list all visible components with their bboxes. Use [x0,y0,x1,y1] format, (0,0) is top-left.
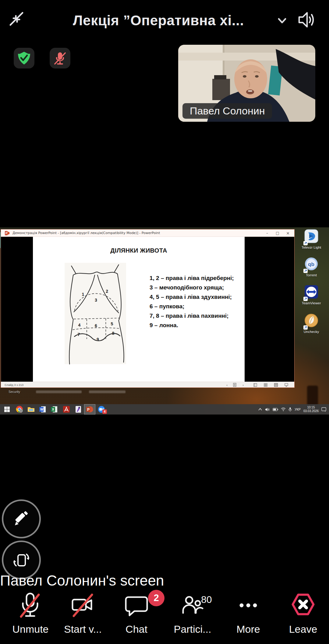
desktop-icon-label: Televzr Light [295,246,328,249]
rotate-phone-icon [11,550,31,570]
toolbar-label: More [225,623,271,635]
reading-view-icon [274,383,278,387]
region-number: 2 [106,289,108,294]
next-slide-button[interactable]: › [241,383,245,387]
desktop-icon-unchecky[interactable]: Unchecky [295,313,328,334]
audio-output-button[interactable] [295,10,316,31]
powerpoint-taskbar-icon: P [86,406,94,413]
zoom-meeting-screen: Лекція ”Оперативна хі... [0,0,329,644]
leave-hexagon-icon [289,592,317,619]
region-number: 6 [95,323,97,328]
windows-logo-icon [4,406,10,412]
security-shield-icon [17,51,31,65]
legend-line: 1, 2 – права і ліва підреберні; [150,273,244,283]
reading-view-button[interactable] [274,383,278,387]
pencil-icon [12,509,31,528]
participant-name-tag: Павел Солонин [182,103,272,119]
participants-button[interactable]: 80 Partici... [168,592,217,635]
powerpoint-titlebar[interactable]: P Демонстрація PowerPoint - [абдомін.хір… [1,229,294,237]
slide-sorter-view-button[interactable] [264,383,268,387]
toolbar-label: Start v... [55,623,110,635]
desktop-icon-label-partial: Security [9,390,20,394]
window-close-button[interactable]: × [283,229,293,236]
legend-line: 7, 8 – права і ліва пахвинні; [150,311,244,320]
more-button[interactable]: More [225,592,271,635]
toolbar-label: Chat [115,623,158,635]
taskbar-zoom-button[interactable]: 4 [96,404,107,415]
windows-taskbar: W X [0,404,329,415]
participants-count: 80 [201,594,212,605]
shortcut-arrow-icon [303,269,308,273]
toolbar-label: Unmute [6,623,55,635]
powerpoint-app-icon: P [5,231,10,236]
tray-microphone-icon[interactable] [288,407,292,412]
security-badge-button[interactable] [14,48,34,68]
desktop-icon-teamviewer[interactable]: TeamViewer [295,285,328,305]
legend-line: 6 – пупкова; [150,302,244,311]
participant-muted-badge[interactable] [50,48,70,68]
slide-canvas: ДІЛЯНКИ ЖИВОТА [33,237,245,382]
qb-logo-text: qb [308,261,314,267]
action-center-icon[interactable] [321,407,327,412]
tray-time: 10:15 [307,406,315,409]
window-maximize-button[interactable]: □ [272,229,283,236]
chat-unread-badge: 2 [148,590,164,606]
more-dots-icon [235,592,262,619]
tray-language-indicator[interactable]: УКР [295,408,301,411]
window-minimize-button[interactable]: – [262,229,272,236]
taskbar-chrome-button[interactable] [14,404,25,415]
normal-view-button[interactable] [253,383,257,387]
notes-button[interactable] [232,383,237,387]
shortcut-arrow-icon [303,325,308,330]
screen-share-label: Павел Солонин's screen [0,572,164,589]
tray-battery-icon[interactable] [273,408,278,411]
taskbar-acrobat-button[interactable] [61,404,72,415]
word-icon: W [39,406,46,413]
chat-bubble-icon [123,592,150,619]
desktop-icon-televzr[interactable]: Televzr Light [295,229,328,249]
slideshow-icon [285,383,288,387]
mic-muted-icon [53,51,67,65]
acrobat-icon [63,406,70,413]
blurred-desktop-label [36,390,82,393]
taskbar-powerpoint-button[interactable]: P [84,404,95,415]
tray-chevron-icon[interactable] [258,408,262,411]
blurred-desktop-label [89,390,126,393]
zoom-notification-badge: 4 [102,409,107,414]
tray-speaker-icon[interactable] [265,408,270,411]
file-explorer-icon [27,406,35,412]
taskbar-word-button[interactable]: W [37,404,48,415]
participant-video-tile[interactable]: Павел Солонин [178,45,315,122]
normal-view-icon [253,383,257,387]
slide-legend: 1, 2 – права і ліва підреберні; 3 – мечо… [150,273,244,330]
unmute-button[interactable]: Unmute [6,592,55,635]
meeting-info-chevron[interactable] [276,16,288,27]
start-video-button[interactable]: Start v... [55,592,110,635]
annotate-button[interactable] [2,499,41,538]
taskbar-excel-button[interactable]: X [48,404,60,415]
shortcut-arrow-icon [303,297,308,301]
previous-slide-button[interactable]: ‹ [225,383,229,387]
leave-button[interactable]: Leave [280,592,326,635]
taskbar-explorer-button[interactable] [25,404,37,415]
tray-wifi-icon[interactable] [281,408,286,411]
shortcut-arrow-icon [303,241,308,245]
region-number: 4 [78,323,81,327]
powerpoint-window: P Демонстрація PowerPoint - [абдомін.хір… [1,229,295,388]
svg-text:X: X [52,408,54,411]
tray-clock[interactable]: 10:15 03.03.2026 [303,406,319,413]
region-number: 3 [95,298,97,303]
minimize-meeting-button[interactable] [7,9,26,29]
chat-button[interactable]: 2 Chat [115,592,158,635]
toolbar-label: Partici... [168,623,217,635]
desktop-icon-torrent[interactable]: qb Torrent [295,257,328,277]
abdomen-regions-diagram: 1 2 3 4 5 6 7 8 9 [60,261,131,367]
start-button[interactable] [1,404,12,415]
slide-sorter-icon [264,383,267,387]
powerpoint-status-bar: Слайд 3 з 213 ‹ › [1,382,294,387]
region-number: 9 [97,337,99,342]
taskbar-app-button[interactable] [73,404,84,415]
slide-counter: Слайд 3 з 213 [5,383,23,387]
chevron-down-icon [276,16,288,26]
slideshow-view-button[interactable] [284,383,288,387]
